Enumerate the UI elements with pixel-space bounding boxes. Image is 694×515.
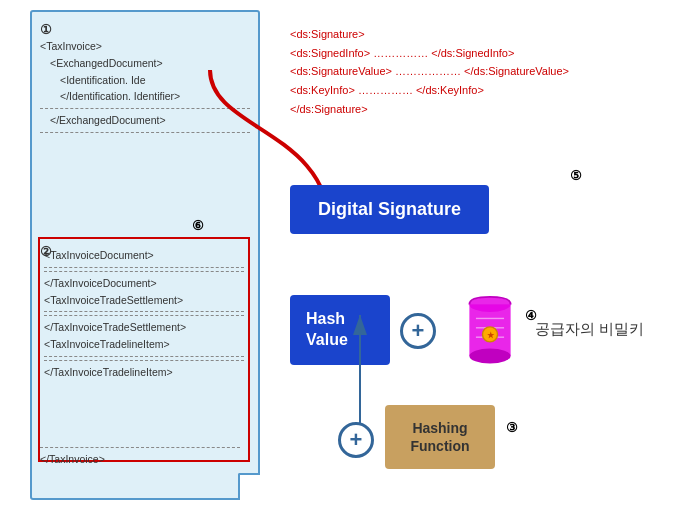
dotted-6	[44, 315, 244, 316]
xml-sig-line4: <ds:KeyInfo> …………… </ds:KeyInfo>	[290, 81, 569, 100]
hash-value-box: Hash Value	[290, 295, 390, 365]
xml-taxinvoicedoc-close: </TaxInvoiceDocument>	[44, 275, 244, 292]
dotted-5	[44, 311, 244, 312]
xml-signature-block: <ds:Signature> <ds:SignedInfo> …………… </d…	[290, 25, 569, 118]
svg-point-3	[469, 348, 510, 363]
xor-circle-2: +	[338, 422, 374, 458]
hashing-function-box: Hashing Function	[385, 405, 495, 469]
xml-sig-line2: <ds:SignedInfo> …………… </ds:SignedInfo>	[290, 44, 569, 63]
hashing-fn-line2: Function	[410, 438, 469, 454]
xml-exchanged-close: </ExchangedDocument>	[50, 112, 250, 129]
xml-taxinvoice-close: </TaxInvoice>	[40, 451, 240, 468]
dotted-3	[44, 267, 244, 268]
hash-value-line2: Value	[306, 331, 348, 348]
xml-identification: <Identification. Ide	[60, 72, 250, 89]
xml-tradelineitem-close: </TaxInvoiceTradelineItem>	[44, 364, 244, 381]
xml-tradesettlement-open: <TaxInvoiceTradeSettlement>	[44, 292, 244, 309]
label-5: ⑤	[570, 168, 582, 183]
xml-taxinvoice-close-wrapper: </TaxInvoice>	[40, 444, 240, 468]
xor-circle-1: +	[400, 313, 436, 349]
hashing-fn-line1: Hashing	[412, 420, 467, 436]
xml-taxinvoice-open: <TaxInvoice>	[40, 38, 250, 55]
dotted-1	[40, 108, 250, 109]
hash-value-line1: Hash	[306, 310, 345, 327]
left-document-panel: ① <TaxInvoice> <ExchangedDocument> <Iden…	[30, 10, 260, 500]
red-box-section: <TaxInvoiceDocument> </TaxInvoiceDocumen…	[38, 237, 250, 462]
dotted-2	[40, 132, 250, 133]
xml-tradelineitem-open: <TaxInvoiceTradelineItem>	[44, 336, 244, 353]
label-6: ⑥	[192, 218, 204, 233]
svg-text:★: ★	[487, 330, 495, 340]
label-1: ①	[40, 22, 52, 37]
xml-identification-close: </Identification. Identifier>	[60, 88, 250, 105]
xml-sig-line5: </ds:Signature>	[290, 100, 569, 119]
xml-sig-line1: <ds:Signature>	[290, 25, 569, 44]
xml-content-bottom: <TaxInvoiceDocument> </TaxInvoiceDocumen…	[40, 239, 248, 389]
label-3: ③	[506, 420, 518, 435]
private-key-icon: ★	[455, 295, 525, 370]
dotted-8	[44, 360, 244, 361]
digital-signature-button: Digital Signature	[290, 185, 489, 234]
xml-taxinvoicedoc-open: <TaxInvoiceDocument>	[44, 247, 244, 264]
dotted-9	[40, 447, 240, 448]
right-panel: ⑤ <ds:Signature> <ds:SignedInfo> …………… <…	[270, 0, 694, 515]
dotted-7	[44, 356, 244, 357]
xml-exchanged-open: <ExchangedDocument>	[50, 55, 250, 72]
dotted-4	[44, 271, 244, 272]
digital-signature-label: Digital Signature	[318, 199, 461, 219]
xml-content-top: <TaxInvoice> <ExchangedDocument> <Identi…	[40, 38, 250, 133]
xml-sig-line3: <ds:SignatureValue> ……………… </ds:Signatur…	[290, 62, 569, 81]
korean-label: 공급자의 비밀키	[535, 320, 644, 339]
xml-tradesettlement-close: </TaxInvoiceTradeSettlement>	[44, 319, 244, 336]
